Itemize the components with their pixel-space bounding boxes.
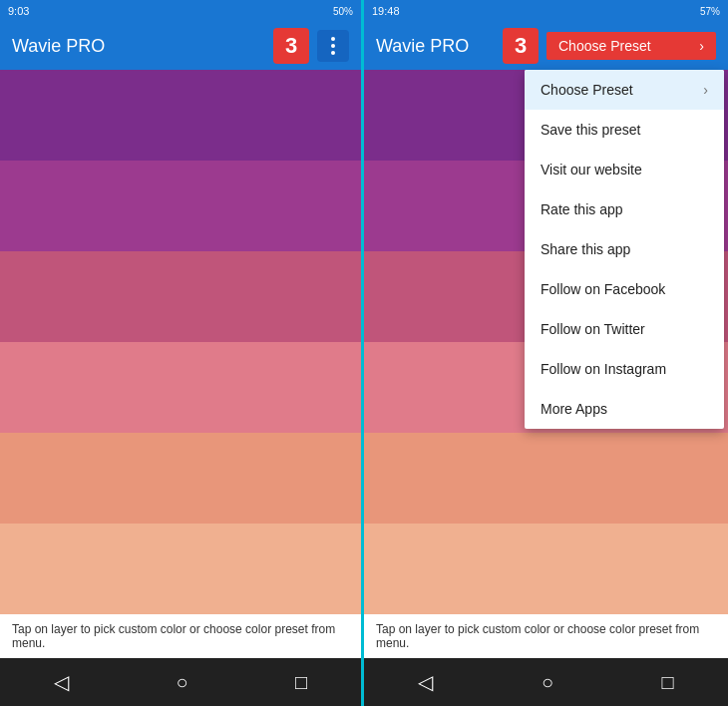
left-instruction: Tap on layer to pick custom color or cho… bbox=[0, 614, 361, 658]
menu-item-share-app[interactable]: Share this app bbox=[525, 229, 724, 269]
menu-item-follow-twitter-label: Follow on Twitter bbox=[541, 321, 645, 337]
menu-item-follow-facebook-label: Follow on Facebook bbox=[541, 281, 665, 297]
left-app-bar-right: 3 bbox=[273, 28, 349, 64]
menu-item-save-preset[interactable]: Save this preset bbox=[525, 110, 724, 150]
right-phone-panel: 19:48 57% Wavie PRO 3 Choose Preset › Ta… bbox=[364, 0, 728, 706]
menu-item-follow-facebook[interactable]: Follow on Facebook bbox=[525, 269, 724, 309]
left-nav-bar: ◁ ○ □ bbox=[0, 658, 361, 706]
left-badge: 3 bbox=[273, 28, 309, 64]
right-nav-bar: ◁ ○ □ bbox=[364, 658, 728, 706]
right-color-layer-5[interactable] bbox=[364, 433, 728, 524]
left-color-layer-6[interactable] bbox=[0, 524, 361, 614]
left-color-layers bbox=[0, 70, 361, 614]
left-time: 9:03 bbox=[8, 5, 29, 17]
menu-item-follow-twitter[interactable]: Follow on Twitter bbox=[525, 309, 724, 349]
menu-item-visit-website[interactable]: Visit our website bbox=[525, 150, 724, 189]
left-nav-back-button[interactable]: ◁ bbox=[46, 662, 77, 702]
left-status-time: 9:03 bbox=[8, 5, 29, 17]
right-app-title: Wavie PRO bbox=[376, 36, 469, 57]
right-instruction: Tap on layer to pick custom color or cho… bbox=[364, 614, 728, 658]
menu-item-save-preset-label: Save this preset bbox=[541, 122, 640, 138]
left-status-bar: 9:03 50% bbox=[0, 0, 361, 22]
left-color-layer-3[interactable] bbox=[0, 251, 361, 342]
right-app-bar-right: 3 Choose Preset › bbox=[503, 28, 716, 64]
left-menu-button[interactable] bbox=[317, 30, 349, 62]
menu-item-rate-app[interactable]: Rate this app bbox=[525, 189, 724, 229]
right-battery: 57% bbox=[700, 6, 720, 17]
right-instruction-text: Tap on layer to pick custom color or cho… bbox=[376, 622, 716, 650]
menu-item-more-apps-label: More Apps bbox=[541, 401, 607, 417]
choose-preset-chevron-icon: › bbox=[699, 38, 704, 54]
right-app-bar: Wavie PRO 3 Choose Preset › bbox=[364, 22, 728, 70]
menu-item-follow-instagram[interactable]: Follow on Instagram bbox=[525, 349, 724, 389]
menu-item-visit-website-label: Visit our website bbox=[541, 162, 642, 177]
left-nav-home-button[interactable]: ○ bbox=[168, 663, 195, 702]
menu-item-more-apps[interactable]: More Apps bbox=[525, 389, 724, 429]
left-color-layer-4[interactable] bbox=[0, 342, 361, 433]
menu-item-choose-preset[interactable]: Choose Preset › bbox=[525, 70, 724, 110]
dropdown-menu: Choose Preset › Save this preset Visit o… bbox=[525, 70, 724, 429]
right-nav-recent-button[interactable]: □ bbox=[654, 663, 682, 702]
left-battery: 50% bbox=[333, 6, 353, 17]
choose-preset-label: Choose Preset bbox=[558, 38, 651, 54]
right-color-layer-6[interactable] bbox=[364, 524, 728, 614]
right-nav-home-button[interactable]: ○ bbox=[534, 663, 561, 702]
right-time: 19:48 bbox=[372, 5, 400, 17]
right-badge: 3 bbox=[503, 28, 539, 64]
menu-item-rate-app-label: Rate this app bbox=[541, 201, 623, 217]
left-phone-panel: 9:03 50% Wavie PRO 3 Tap on layer to pic… bbox=[0, 0, 364, 706]
right-status-time: 19:48 bbox=[372, 5, 400, 17]
left-instruction-text: Tap on layer to pick custom color or cho… bbox=[12, 622, 349, 650]
choose-preset-button[interactable]: Choose Preset › bbox=[546, 32, 716, 60]
left-color-layer-2[interactable] bbox=[0, 161, 361, 251]
menu-item-share-app-label: Share this app bbox=[541, 241, 630, 257]
left-color-layer-1[interactable] bbox=[0, 70, 361, 161]
left-color-layer-5[interactable] bbox=[0, 433, 361, 524]
right-nav-back-button[interactable]: ◁ bbox=[410, 662, 441, 702]
vertical-dots-icon bbox=[331, 37, 335, 55]
left-status-right: 50% bbox=[333, 6, 353, 17]
right-status-right: 57% bbox=[700, 6, 720, 17]
left-app-bar: Wavie PRO 3 bbox=[0, 22, 361, 70]
left-app-title: Wavie PRO bbox=[12, 36, 105, 57]
menu-item-follow-instagram-label: Follow on Instagram bbox=[541, 361, 666, 377]
choose-preset-arrow-icon: › bbox=[703, 82, 708, 98]
menu-item-choose-preset-label: Choose Preset bbox=[541, 82, 633, 98]
right-status-bar: 19:48 57% bbox=[364, 0, 728, 22]
left-nav-recent-button[interactable]: □ bbox=[287, 663, 315, 702]
